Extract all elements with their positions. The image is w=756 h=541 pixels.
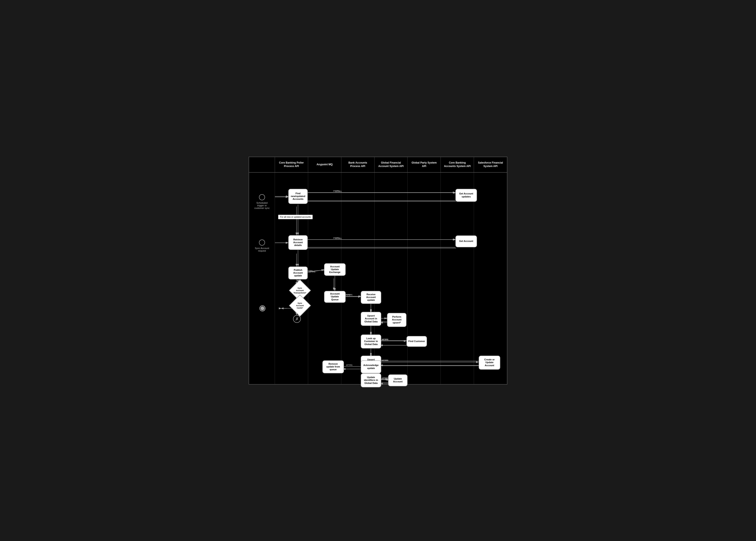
lane-global-financial — [375, 173, 408, 384]
header-global-financial: Global FinancialAccount System API — [375, 157, 408, 172]
trigger-sync-label: Sync Accountrequest — [255, 247, 269, 252]
account-update-queue-shape: AccountUpdateQueue — [324, 291, 346, 303]
find-accounts-shape: Findnew/updatedAccounts — [288, 189, 308, 204]
header-salesforce: Salesforce FinancialSystem API — [474, 157, 507, 172]
https-lookup-label: HTTPS — [382, 338, 388, 340]
update-account-shape: UpdateAccount — [388, 374, 407, 386]
create-update-account-shape: Create orUpdateAccount — [479, 356, 500, 370]
main-content: Scheduledtrigger orcustomer sync Sync Ac… — [249, 173, 507, 384]
header-core-banking-poller: Core Banking PollerProcess API — [275, 157, 308, 172]
lookup-customer-shape: Look upCustomer inGlobal Data — [361, 334, 381, 348]
account-update-exchange-shape: AccountUpdateExchange — [324, 263, 346, 276]
trigger-sync-circle — [259, 240, 265, 246]
https-ack-label: HTTPS — [346, 364, 353, 366]
header-spacer — [249, 157, 275, 172]
find-customer-shape: Find Customer — [406, 336, 427, 347]
https-fsc-label: HTTPS — [382, 359, 388, 361]
https-update-id-label: HTTPS — [382, 377, 388, 379]
acknowledge-update-shape: Acknowledgeupdate — [361, 360, 381, 373]
trigger-scheduled: Scheduledtrigger orcustomer sync — [250, 194, 274, 209]
https-top-label: HTTPS — [335, 190, 342, 193]
remove-from-queue-shape: Removeupdate fromqueue — [322, 360, 344, 373]
lane-anypoint-mq — [308, 173, 341, 384]
lane-global-party — [407, 173, 441, 384]
perform-upsert-shape: PerformAccountupsert* — [387, 313, 406, 327]
diagram-container: Core Banking PollerProcess API Anypoint … — [249, 157, 507, 384]
header-anypoint-mq: Anypoint MQ — [308, 157, 341, 172]
lane-bank-accounts — [341, 173, 375, 384]
header-core-banking-accounts: Core BankingAccounts System API — [441, 157, 474, 172]
left-labels: Scheduledtrigger orcustomer sync Sync Ac… — [249, 173, 275, 384]
retrieve-account-shape: RetrieveAccountdetails — [288, 235, 308, 250]
https-publish-label: HTTPS — [309, 271, 316, 273]
trigger-scheduled-circle — [259, 194, 265, 200]
https-retrieve-label: HTTPS — [335, 238, 342, 240]
lane-salesforce — [474, 173, 507, 384]
receive-account-update-shape: ReceiveAccountupdate — [361, 291, 381, 304]
trigger-sync: Sync Accountrequest — [250, 240, 274, 252]
header-bank-accounts: Bank AccountsProcess API — [341, 157, 375, 172]
header-global-party: Global Party SystemAPI — [407, 157, 441, 172]
trigger-scheduled-label: Scheduledtrigger orcustomer sync — [254, 202, 270, 209]
upsert-global-data-shape: UpsertAccount inGlobal Data — [361, 312, 381, 326]
https-queue-label: HTTPS — [346, 294, 353, 296]
lane-core-banking-accounts — [441, 173, 474, 384]
update-identifiers-shape: Updateidentifiers inGlobal Data — [361, 373, 381, 387]
header-row: Core Banking PollerProcess API Anypoint … — [249, 157, 507, 173]
end-circle-container — [259, 305, 265, 311]
get-account-updates-shape: Get Accountupdates — [455, 189, 477, 202]
publish-account-shape: PublishAccountupdate — [288, 267, 308, 279]
note-for-all-accounts: For all new or updated accounts — [278, 215, 313, 219]
get-account-shape: Get Account — [455, 236, 477, 247]
lanes-container — [275, 173, 507, 384]
end-circle — [259, 305, 265, 311]
